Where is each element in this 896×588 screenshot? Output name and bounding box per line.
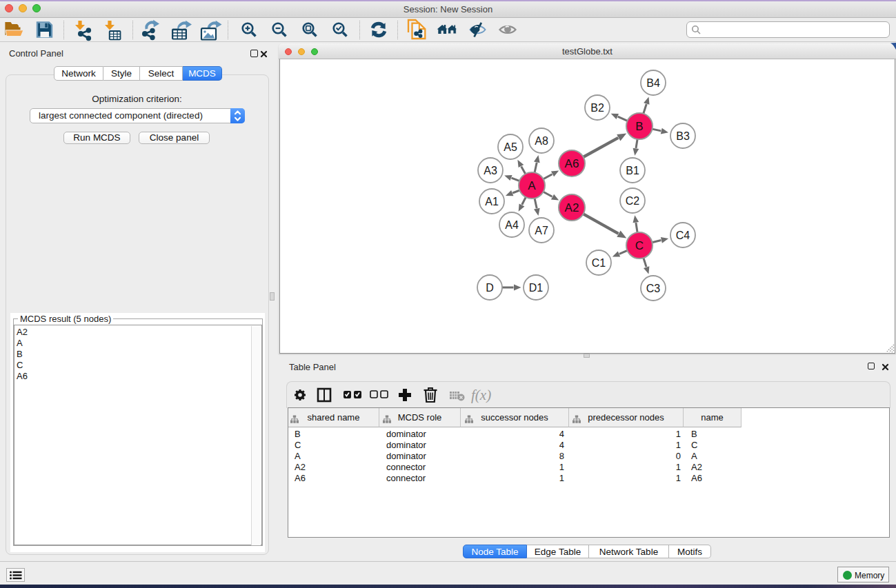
svg-text:C: C: [635, 239, 644, 252]
svg-text:A5: A5: [504, 141, 517, 153]
svg-text:B4: B4: [646, 77, 660, 89]
svg-text:B1: B1: [626, 165, 639, 176]
svg-text:C3: C3: [646, 283, 661, 294]
svg-text:A7: A7: [535, 225, 548, 236]
svg-text:D: D: [486, 282, 494, 294]
svg-text:A4: A4: [505, 219, 519, 231]
svg-text:C2: C2: [626, 195, 640, 207]
svg-text:B2: B2: [590, 102, 604, 114]
svg-text:A3: A3: [484, 165, 497, 176]
svg-text:A2: A2: [565, 201, 579, 214]
svg-text:f(x): f(x): [471, 387, 491, 403]
svg-text:B: B: [635, 120, 643, 133]
svg-text:D1: D1: [529, 282, 544, 294]
svg-text:A8: A8: [535, 135, 548, 147]
svg-text:B3: B3: [676, 130, 690, 142]
svg-text:A: A: [528, 179, 536, 192]
svg-text:C4: C4: [676, 230, 690, 241]
svg-text:A1: A1: [485, 196, 499, 207]
svg-text:C1: C1: [592, 257, 606, 269]
svg-text:A6: A6: [565, 157, 579, 170]
